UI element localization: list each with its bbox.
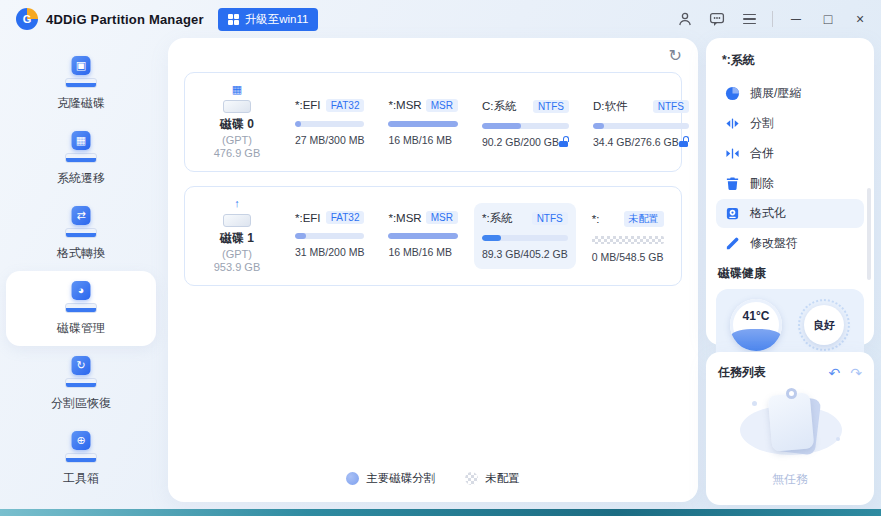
action-label: 分割 [750,115,774,132]
action-change-drive-letter[interactable]: 修改盤符 [716,229,864,258]
maximize-button[interactable]: □ [819,11,837,27]
upgrade-button-label: 升級至win11 [245,12,309,27]
close-button[interactable]: × [851,11,869,27]
partition-disk1-system-selected[interactable]: *:系統 NTFS 89.3 GB/405.2 GB [474,203,576,269]
trash-icon [724,176,740,192]
partition-usage: 16 MB/16 MB [388,134,452,146]
bitlocker-unlocked-icon [559,136,569,147]
status-value: 良好 [804,305,844,345]
disk-0-info: ▦ 磁碟 0 (GPT) 476.9 GB [197,86,277,159]
usage-bar [295,121,364,127]
partition-disk0-c-system[interactable]: C:系統 NTFS 90.2 GB/200 GB [474,91,577,154]
format-conversion-icon: ⇄ [63,206,99,238]
partition-disk1-msr[interactable]: *:MSR MSR 16 MB/16 MB [380,203,465,269]
partition-disk1-unallocated[interactable]: *: 未配置 0 MB/548.5 GB [584,203,672,269]
clone-disk-icon: ▣ [63,56,99,88]
status-dial-icon: 良好 [798,299,850,351]
partition-label: *:EFI [295,99,321,111]
scrollbar[interactable] [867,188,871,280]
external-disk-icon: ↑ [220,200,254,227]
extend-shrink-icon [724,86,740,102]
desktop-edge-strip [0,509,881,516]
partition-disk1-efi[interactable]: *:EFI FAT32 31 MB/200 MB [287,203,372,269]
bitlocker-unlocked-icon [679,136,689,147]
partition-disk0-efi[interactable]: *:EFI FAT32 27 MB/300 MB [287,91,372,154]
action-extend-shrink[interactable]: 擴展/壓縮 [716,79,864,108]
redo-icon[interactable]: ↷ [850,365,862,381]
unallocated-bar [592,236,664,244]
disk-size: 953.9 GB [214,261,260,273]
usage-bar [482,123,569,129]
upgrade-to-win11-button[interactable]: 升級至win11 [218,8,319,31]
partition-usage: 31 MB/200 MB [295,246,364,258]
logo-glyph: G [23,13,32,25]
sidebar-item-clone-disk[interactable]: ▣ 克隆磁碟 [6,46,156,121]
usage-bar [482,235,568,241]
disk-name: 磁碟 0 [220,116,254,133]
disk-management-icon: ◕ [63,281,99,313]
action-merge[interactable]: 合併 [716,139,864,168]
usage-bar [388,233,457,239]
dot-decoration [752,401,757,406]
disk-name: 磁碟 1 [220,230,254,247]
titlebar: G 4DDiG Partition Manager 升級至win11 ─ □ × [0,0,881,38]
app-logo-icon: G [16,8,38,30]
sidebar-item-partition-recovery[interactable]: ↻ 分割區恢復 [6,346,156,421]
toolbox-icon: ⊕ [63,431,99,463]
selected-partition-title: *:系統 [722,52,864,69]
partition-label: D:软件 [593,99,628,114]
legend-unallocated: 未配置 [465,471,520,486]
sidebar-item-label: 系統遷移 [57,170,105,187]
dot-decoration [836,437,840,441]
action-split[interactable]: 分割 [716,109,864,138]
filesystem-badge: MSR [426,211,458,224]
partition-actions-panel: *:系統 擴展/壓縮 分割 合併 刪除 格式化 修改盤符 磁碟健康 [706,38,874,345]
partition-label: C:系統 [482,99,517,114]
filesystem-badge: FAT32 [326,211,365,224]
temperature-value: 41°C [730,309,782,323]
disk-row-0: ▦ 磁碟 0 (GPT) 476.9 GB *:EFI FAT32 27 MB/… [184,72,682,172]
legend: 主要磁碟分割 未配置 [168,471,698,486]
sidebar-item-system-migration[interactable]: ▦ 系統遷移 [6,121,156,196]
app-title: 4DDiG Partition Manager [46,12,204,27]
undo-icon[interactable]: ↶ [829,365,841,381]
legend-primary-partition: 主要磁碟分割 [346,471,435,486]
sidebar-item-disk-management[interactable]: ◕ 磁碟管理 [6,271,156,346]
sidebar-item-toolbox[interactable]: ⊕ 工具箱 [6,421,156,496]
refresh-icon[interactable]: ↻ [669,48,682,64]
usage-bar [295,233,364,239]
partition-label: *:MSR [388,99,421,111]
filesystem-badge: NTFS [532,212,568,225]
unallocated-dot-icon [465,472,478,485]
action-delete[interactable]: 刪除 [716,169,864,198]
partition-label: *:MSR [388,212,421,224]
usage-bar [388,121,457,127]
disk-size: 476.9 GB [214,147,260,159]
partition-label: *:EFI [295,212,321,224]
partition-disk0-d-software[interactable]: D:软件 NTFS 34.4 GB/276.6 GB [585,91,697,154]
partition-disk0-msr[interactable]: *:MSR MSR 16 MB/16 MB [380,91,465,154]
sidebar-item-label: 工具箱 [63,470,99,487]
minimize-button[interactable]: ─ [787,11,805,27]
partition-usage: 0 MB/548.5 GB [592,251,664,263]
unallocated-badge: 未配置 [624,211,664,227]
menu-icon[interactable] [740,10,758,28]
empty-tasks-illustration [718,385,862,463]
partition-usage: 16 MB/16 MB [388,246,452,258]
sidebar-item-label: 克隆磁碟 [57,95,105,112]
partition-recovery-icon: ↻ [63,356,99,388]
sidebar-item-format-conversion[interactable]: ⇄ 格式轉換 [6,196,156,271]
sidebar-item-label: 格式轉換 [57,245,105,262]
partition-label: *:系統 [482,211,513,226]
usage-bar [593,123,689,129]
water-level-icon [730,329,782,351]
task-list-panel: 任務列表 ↶ ↷ 無任務 [706,352,874,505]
clipboard-front-icon [768,392,815,451]
primary-partition-dot-icon [346,472,359,485]
titlebar-divider [772,11,773,27]
account-icon[interactable] [676,10,694,28]
action-label: 格式化 [750,205,786,222]
action-format[interactable]: 格式化 [716,199,864,228]
feedback-icon[interactable] [708,10,726,28]
sidebar-item-label: 磁碟管理 [57,320,105,337]
